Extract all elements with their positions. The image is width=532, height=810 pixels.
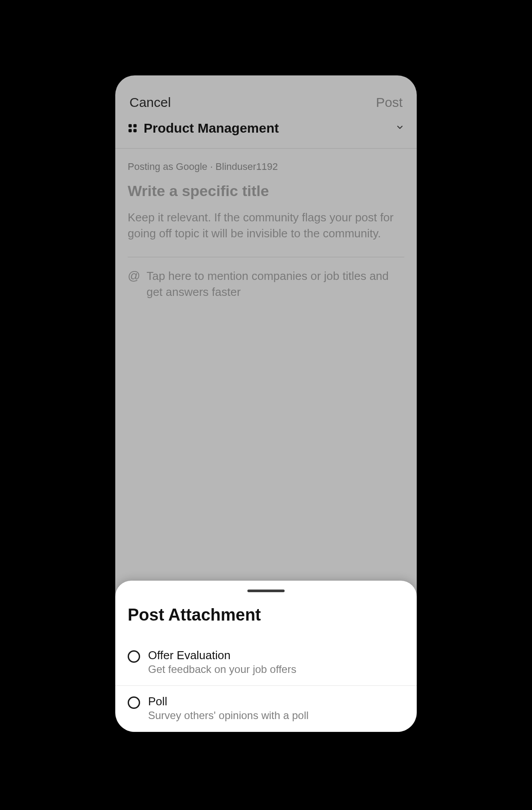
option-subtitle: Get feedback on your job offers <box>148 663 296 676</box>
cancel-button[interactable]: Cancel <box>129 95 171 110</box>
radio-icon <box>128 696 140 709</box>
option-subtitle: Survey others' opinions with a poll <box>148 709 309 722</box>
channel-selector[interactable]: Product Management <box>115 121 417 149</box>
option-offer-evaluation[interactable]: Offer Evaluation Get feedback on your jo… <box>115 640 417 686</box>
grid-icon <box>128 123 137 133</box>
sheet-title: Post Attachment <box>115 606 417 640</box>
radio-icon <box>128 650 140 663</box>
body-input[interactable]: Keep it relevant. If the community flags… <box>128 209 404 242</box>
composer-body: Posting as Google · Blinduser1192 Write … <box>115 149 417 300</box>
channel-name: Product Management <box>144 121 395 136</box>
chevron-down-icon <box>395 123 404 134</box>
svg-rect-0 <box>129 124 132 127</box>
posting-as-label: Posting as Google · Blinduser1192 <box>128 161 404 173</box>
top-bar: Cancel Post <box>115 75 417 121</box>
svg-rect-2 <box>129 129 132 132</box>
mention-row[interactable]: @ Tap here to mention companies or job t… <box>128 268 404 300</box>
phone-screen: Cancel Post Product Management Posting a… <box>115 75 417 732</box>
sheet-grabber[interactable] <box>247 590 285 592</box>
divider <box>128 257 404 257</box>
attachment-sheet: Post Attachment Offer Evaluation Get fee… <box>115 581 417 732</box>
option-title: Offer Evaluation <box>148 649 296 662</box>
at-icon: @ <box>128 268 140 300</box>
svg-rect-3 <box>133 129 137 132</box>
svg-rect-1 <box>133 124 137 127</box>
mention-hint: Tap here to mention companies or job tit… <box>146 268 404 300</box>
post-button[interactable]: Post <box>376 95 403 110</box>
option-title: Poll <box>148 695 309 708</box>
title-input[interactable]: Write a specific title <box>128 182 404 200</box>
option-poll[interactable]: Poll Survey others' opinions with a poll <box>115 686 417 732</box>
